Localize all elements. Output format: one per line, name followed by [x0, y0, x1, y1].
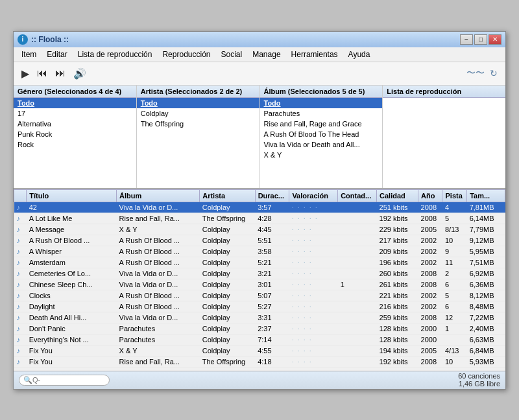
- tracks-table: Título Álbum Artista Durac... Valoración…: [14, 189, 505, 368]
- track-quality: 261 kbits: [377, 279, 418, 290]
- refresh-button[interactable]: ↻: [487, 67, 500, 80]
- col-header-duracion[interactable]: Durac...: [255, 189, 289, 202]
- genre-item-todo[interactable]: Todo: [14, 98, 136, 108]
- col-header-calidad[interactable]: Calidad: [377, 189, 418, 202]
- col-header-titulo[interactable]: Título: [27, 189, 117, 202]
- track-quality: 217 kbits: [377, 235, 418, 246]
- menu-item-social[interactable]: Social: [216, 49, 248, 60]
- genre-item-punkrock[interactable]: Punk Rock: [14, 129, 136, 139]
- table-row[interactable]: ♪Chinese Sleep Ch...Viva la Vida or D...…: [14, 279, 505, 290]
- col-header-tamano[interactable]: Tam...: [467, 189, 505, 202]
- col-header-artista[interactable]: Artista: [200, 189, 255, 202]
- maximize-button[interactable]: □: [474, 34, 487, 45]
- next-button[interactable]: ⏭: [53, 66, 68, 80]
- table-row[interactable]: ♪Fix YouX & YColdplay4:55· · · ·194 kbit…: [14, 345, 505, 356]
- table-row[interactable]: ♪AmsterdamA Rush Of Blood ...Coldplay5:2…: [14, 257, 505, 268]
- menu-item-lista-de-reproducción[interactable]: Lista de reproducción: [73, 49, 158, 60]
- table-row[interactable]: ♪A Lot Like MeRise and Fall, Ra...The Of…: [14, 213, 505, 224]
- track-count: [338, 290, 377, 301]
- track-title: A Whisper: [27, 246, 117, 257]
- track-title: A Message: [27, 224, 117, 235]
- artist-item-offspring[interactable]: The Offspring: [137, 119, 260, 129]
- menu-item-reproducción[interactable]: Reproducción: [157, 49, 215, 60]
- menu-item-item[interactable]: Item: [16, 49, 42, 60]
- minimize-button[interactable]: −: [460, 34, 473, 45]
- track-size: 5,93MB: [467, 356, 505, 367]
- track-duration: 5:21: [255, 257, 289, 268]
- table-row[interactable]: ♪Death And All Hi...Viva la Vida or D...…: [14, 312, 505, 323]
- genre-item-rock[interactable]: Rock: [14, 139, 136, 150]
- close-button[interactable]: ✕: [489, 34, 501, 45]
- track-track: 6: [442, 301, 467, 312]
- track-quality: 216 kbits: [377, 301, 418, 312]
- table-row[interactable]: ♪Fix YouRise and Fall, Ra...The Offsprin…: [14, 356, 505, 367]
- album-item-parachutes[interactable]: Parachutes: [260, 108, 383, 119]
- album-item-vivalaivda[interactable]: Viva la Vida or Death and All...: [260, 139, 383, 150]
- col-header-contador[interactable]: Contad...: [338, 189, 377, 202]
- track-count: [338, 356, 377, 367]
- album-column-header: Álbum (Seleccionados 5 de 5): [260, 86, 383, 98]
- artist-item-coldplay[interactable]: Coldplay: [137, 108, 260, 119]
- track-album: A Rush Of Blood ...: [117, 235, 200, 246]
- track-size: 9,12MB: [467, 235, 505, 246]
- track-year: 2005: [418, 224, 442, 235]
- track-track: 5: [442, 213, 467, 224]
- track-duration: 7:14: [255, 334, 289, 345]
- track-track: 4/13: [442, 345, 467, 356]
- volume-button[interactable]: 🔊: [71, 66, 89, 81]
- table-row[interactable]: ♪Don't PanicParachutesColdplay2:37· · · …: [14, 323, 505, 334]
- col-header-album[interactable]: Álbum: [117, 189, 200, 202]
- genre-item-17[interactable]: 17: [14, 108, 136, 119]
- track-year: 2000: [418, 334, 442, 345]
- track-count: [338, 301, 377, 312]
- track-count: 1: [338, 279, 377, 290]
- prev-button[interactable]: ⏮: [34, 66, 50, 80]
- album-item-xandy[interactable]: X & Y: [260, 150, 383, 160]
- track-title: Chinese Sleep Ch...: [27, 279, 117, 290]
- col-header-anio[interactable]: Año: [418, 189, 442, 202]
- table-row[interactable]: ♪A MessageX & YColdplay4:45· · · ·229 kb…: [14, 224, 505, 235]
- album-item-todo[interactable]: Todo: [260, 98, 383, 108]
- track-quality: 229 kbits: [377, 224, 418, 235]
- menu-item-manage[interactable]: Manage: [247, 49, 285, 60]
- menu-item-ayuda[interactable]: Ayuda: [343, 49, 376, 60]
- track-rating: · · · ·: [289, 257, 338, 268]
- search-box[interactable]: 🔍: [19, 375, 110, 386]
- table-row[interactable]: ♪Cemeteries Of Lo...Viva la Vida or D...…: [14, 268, 505, 279]
- col-header-icon[interactable]: [14, 189, 27, 202]
- track-size: 7,79MB: [467, 224, 505, 235]
- track-rating: · · · ·: [289, 312, 338, 323]
- table-row[interactable]: ♪Everything's Not ...ParachutesColdplay7…: [14, 334, 505, 345]
- table-row[interactable]: ♪A WhisperA Rush Of Blood ...Coldplay3:5…: [14, 246, 505, 257]
- track-artist: Coldplay: [200, 279, 255, 290]
- track-rating: · · · · ·: [289, 213, 338, 224]
- search-input[interactable]: [32, 376, 104, 384]
- track-year: 2008: [418, 202, 442, 213]
- genre-item-alternativa[interactable]: Alternativa: [14, 119, 136, 129]
- menu-item-editar[interactable]: Editar: [42, 49, 72, 60]
- track-title: Fix You: [27, 345, 117, 356]
- menu-item-herramientas[interactable]: Herramientas: [286, 49, 343, 60]
- track-year: 2002: [418, 235, 442, 246]
- album-item-riseandfail[interactable]: Rise and Fall, Rage and Grace: [260, 119, 383, 129]
- track-title: Everything's Not ...: [27, 334, 117, 345]
- table-row[interactable]: ♪ClocksA Rush Of Blood ...Coldplay5:07· …: [14, 290, 505, 301]
- track-quality: 192 kbits: [377, 213, 418, 224]
- track-duration: 4:18: [255, 356, 289, 367]
- track-album: A Rush Of Blood ...: [117, 257, 200, 268]
- track-artist: The Offspring: [200, 213, 255, 224]
- table-row[interactable]: ♪42Viva la Vida or D...Coldplay3:57· · ·…: [14, 202, 505, 213]
- track-count: [338, 268, 377, 279]
- col-header-pista[interactable]: Pista: [442, 189, 467, 202]
- play-button[interactable]: ▶: [19, 66, 32, 81]
- track-title: Clocks: [27, 290, 117, 301]
- track-icon: ♪: [14, 202, 27, 213]
- col-header-valoracion[interactable]: Valoración: [289, 189, 338, 202]
- track-size: 8,12MB: [467, 290, 505, 301]
- artist-item-todo[interactable]: Todo: [137, 98, 260, 108]
- table-row[interactable]: ♪DaylightA Rush Of Blood ...Coldplay5:27…: [14, 301, 505, 312]
- track-duration: 4:45: [255, 224, 289, 235]
- table-row[interactable]: ♪A Rush Of Blood ...A Rush Of Blood ...C…: [14, 235, 505, 246]
- album-item-arushofblood[interactable]: A Rush Of Blood To The Head: [260, 129, 383, 139]
- track-rating: · · · ·: [289, 356, 338, 367]
